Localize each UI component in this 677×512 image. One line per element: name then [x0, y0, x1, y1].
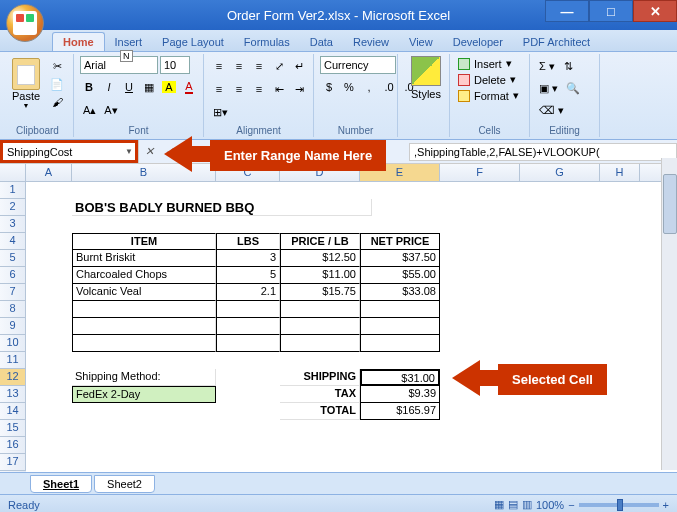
- cell-c10[interactable]: [216, 335, 280, 352]
- font-size-select[interactable]: [160, 56, 190, 74]
- office-button[interactable]: [6, 4, 44, 42]
- select-all-corner[interactable]: [0, 164, 26, 181]
- merge-button[interactable]: ⊞▾: [210, 102, 231, 122]
- row-header-9[interactable]: 9: [0, 318, 26, 335]
- sort-button[interactable]: ⇅: [560, 56, 578, 76]
- row-header-6[interactable]: 6: [0, 267, 26, 284]
- bold-button[interactable]: B: [80, 77, 98, 97]
- cell-header-item[interactable]: ITEM: [72, 233, 216, 250]
- tab-view[interactable]: View: [399, 33, 443, 51]
- row-header-1[interactable]: 1: [0, 182, 26, 199]
- cell-d9[interactable]: [280, 318, 360, 335]
- align-middle-button[interactable]: ≡: [230, 56, 248, 76]
- col-header-h[interactable]: H: [600, 164, 640, 181]
- cell-e10[interactable]: [360, 335, 440, 352]
- cell-header-lbs[interactable]: LBS: [216, 233, 280, 250]
- shrink-font-button[interactable]: A▾: [101, 100, 120, 120]
- name-box-dropdown-icon[interactable]: ▼: [125, 147, 133, 156]
- cell-b9[interactable]: [72, 318, 216, 335]
- row-header-14[interactable]: 14: [0, 403, 26, 420]
- cell-title[interactable]: BOB'S BADLY BURNED BBQ: [72, 199, 372, 216]
- vertical-scrollbar[interactable]: [661, 158, 677, 470]
- increase-decimal-button[interactable]: .0: [380, 77, 398, 97]
- cell-e9[interactable]: [360, 318, 440, 335]
- cell-lbs-2[interactable]: 2.1: [216, 284, 280, 301]
- view-normal-icon[interactable]: ▦: [494, 498, 504, 511]
- align-left-button[interactable]: ≡: [210, 79, 228, 99]
- row-header-11[interactable]: 11: [0, 352, 26, 369]
- col-header-f[interactable]: F: [440, 164, 520, 181]
- cell-c9[interactable]: [216, 318, 280, 335]
- cell-net-2[interactable]: $33.08: [360, 284, 440, 301]
- percent-button[interactable]: %: [340, 77, 358, 97]
- tab-insert[interactable]: Insert: [105, 33, 153, 51]
- insert-cells-button[interactable]: Insert ▾: [456, 56, 523, 71]
- close-button[interactable]: ✕: [633, 0, 677, 22]
- format-painter-button[interactable]: 🖌: [48, 94, 66, 110]
- grow-font-button[interactable]: A▴: [80, 100, 99, 120]
- col-header-a[interactable]: A: [26, 164, 72, 181]
- styles-button[interactable]: Styles: [404, 56, 448, 100]
- find-button[interactable]: 🔍: [563, 78, 583, 98]
- cell-header-net[interactable]: NET PRICE: [360, 233, 440, 250]
- number-format-select[interactable]: [320, 56, 396, 74]
- col-header-b[interactable]: B: [72, 164, 216, 181]
- align-center-button[interactable]: ≡: [230, 79, 248, 99]
- zoom-thumb[interactable]: [617, 499, 623, 511]
- cell-item-0[interactable]: Burnt Briskit: [72, 250, 216, 267]
- sheet-tab-1[interactable]: Sheet1: [30, 475, 92, 493]
- formula-bar[interactable]: ,ShippingTable,2,FALSE)+VLOOKUP(: [409, 143, 677, 161]
- row-header-10[interactable]: 10: [0, 335, 26, 352]
- cell-c8[interactable]: [216, 301, 280, 318]
- format-cells-button[interactable]: Format ▾: [456, 88, 523, 103]
- cell-total-label[interactable]: TOTAL: [280, 403, 360, 420]
- view-pagebreak-icon[interactable]: ▥: [522, 498, 532, 511]
- row-header-7[interactable]: 7: [0, 284, 26, 301]
- tab-formulas[interactable]: Formulas: [234, 33, 300, 51]
- row-header-3[interactable]: 3: [0, 216, 26, 233]
- cell-net-0[interactable]: $37.50: [360, 250, 440, 267]
- row-header-2[interactable]: 2: [0, 199, 26, 216]
- name-box[interactable]: ▼: [0, 140, 138, 163]
- currency-button[interactable]: $: [320, 77, 338, 97]
- zoom-slider[interactable]: [579, 503, 659, 507]
- cell-lbs-0[interactable]: 3: [216, 250, 280, 267]
- minimize-button[interactable]: —: [545, 0, 589, 22]
- cell-item-1[interactable]: Charcoaled Chops: [72, 267, 216, 284]
- underline-button[interactable]: U: [120, 77, 138, 97]
- autosum-button[interactable]: Σ ▾: [536, 56, 558, 76]
- cancel-button[interactable]: ✕: [139, 145, 159, 158]
- font-color-button[interactable]: A: [180, 77, 198, 97]
- delete-cells-button[interactable]: Delete ▾: [456, 72, 523, 87]
- cell-net-1[interactable]: $55.00: [360, 267, 440, 284]
- cell-tax-label[interactable]: TAX: [280, 386, 360, 403]
- align-top-button[interactable]: ≡: [210, 56, 228, 76]
- cell-e8[interactable]: [360, 301, 440, 318]
- zoom-in-button[interactable]: +: [663, 499, 669, 511]
- decrease-indent-button[interactable]: ⇤: [270, 79, 288, 99]
- cell-shipping-method-value[interactable]: FedEx 2-Day: [72, 386, 216, 403]
- paste-button[interactable]: Paste ▼: [8, 56, 44, 111]
- zoom-level[interactable]: 100%: [536, 499, 564, 511]
- maximize-button[interactable]: □: [589, 0, 633, 22]
- wrap-text-button[interactable]: ↵: [290, 56, 308, 76]
- cell-price-1[interactable]: $11.00: [280, 267, 360, 284]
- align-right-button[interactable]: ≡: [250, 79, 268, 99]
- copy-button[interactable]: 📄: [48, 76, 66, 92]
- row-header-16[interactable]: 16: [0, 437, 26, 454]
- cell-shipping-value[interactable]: $31.00: [360, 369, 440, 386]
- row-header-4[interactable]: 4: [0, 233, 26, 250]
- fill-button[interactable]: ▣ ▾: [536, 78, 561, 98]
- cell-d10[interactable]: [280, 335, 360, 352]
- tab-developer[interactable]: Developer: [443, 33, 513, 51]
- col-header-g[interactable]: G: [520, 164, 600, 181]
- increase-indent-button[interactable]: ⇥: [290, 79, 308, 99]
- cell-tax-value[interactable]: $9.39: [360, 386, 440, 403]
- cell-price-2[interactable]: $15.75: [280, 284, 360, 301]
- tab-page-layout[interactable]: Page Layout: [152, 33, 234, 51]
- border-button[interactable]: ▦: [140, 77, 158, 97]
- cells-container[interactable]: BOB'S BADLY BURNED BBQ ITEM LBS PRICE / …: [26, 182, 677, 472]
- tab-pdf[interactable]: PDF Architect: [513, 33, 600, 51]
- row-header-8[interactable]: 8: [0, 301, 26, 318]
- cell-b8[interactable]: [72, 301, 216, 318]
